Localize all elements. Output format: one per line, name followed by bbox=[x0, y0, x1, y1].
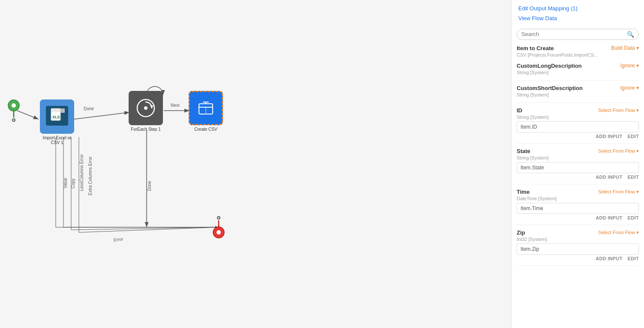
label-extra-cols: Extra Columns Error bbox=[88, 156, 93, 196]
mapping-section: Item to Create Build Data ▾ CSV [Project… bbox=[512, 45, 644, 270]
field-block-custom-long-desc: CustomLongDescription Ignore ▾ String [S… bbox=[517, 63, 639, 81]
field-block-zip: Zip Select From Flow ▾ Int32 [System] It… bbox=[517, 229, 639, 266]
createcsv-node-icon[interactable] bbox=[189, 91, 223, 125]
field-actions-time: ADD INPUT EDIT bbox=[517, 215, 639, 220]
field-input-state[interactable]: Item.State bbox=[517, 162, 639, 173]
svg-text:XLS: XLS bbox=[52, 115, 60, 119]
field-type-time: DateTime [System] bbox=[517, 196, 639, 201]
import-node-label: Import Excel or CSV 1 bbox=[38, 135, 76, 145]
svg-point-13 bbox=[217, 230, 221, 235]
item-to-create-row: Item to Create Build Data ▾ bbox=[517, 45, 639, 51]
field-type-custom-short-desc: String [System] bbox=[517, 92, 639, 97]
field-type-zip: Int32 [System] bbox=[517, 237, 639, 242]
end-pin-icon bbox=[213, 220, 225, 238]
field-header-state: State Select From Flow ▾ bbox=[517, 148, 639, 154]
svg-point-10 bbox=[144, 106, 147, 110]
field-header-custom-long-desc: CustomLongDescription Ignore ▾ bbox=[517, 63, 639, 69]
connector-svg bbox=[0, 0, 511, 328]
right-panel: Edit Output Mapping (1) View Flow Data 🔍… bbox=[511, 0, 644, 328]
label-done-1: Done bbox=[84, 106, 94, 111]
foreach-node-label: ForEach Step 1 bbox=[131, 127, 160, 132]
field-header-time: Time Select From Flow ▾ bbox=[517, 189, 639, 195]
edit-time[interactable]: EDIT bbox=[628, 215, 639, 220]
box-icon bbox=[196, 99, 215, 117]
edit-id[interactable]: EDIT bbox=[628, 134, 639, 139]
svg-rect-4 bbox=[51, 108, 60, 112]
foreach-node[interactable]: ForEach Step 1 bbox=[129, 91, 163, 132]
select-flow-id[interactable]: Select From Flow ▾ bbox=[598, 108, 639, 113]
field-type-state: String [System] bbox=[517, 155, 639, 160]
field-block-time: Time Select From Flow ▾ DateTime [System… bbox=[517, 189, 639, 225]
field-name-state: State bbox=[517, 148, 530, 154]
field-header-custom-short-desc: CustomShortDescription Ignore ▾ bbox=[517, 85, 639, 91]
edit-state[interactable]: EDIT bbox=[628, 175, 639, 180]
label-next: Next bbox=[171, 103, 180, 108]
arrow-start-import bbox=[17, 111, 39, 119]
svg-point-2 bbox=[12, 103, 16, 108]
ignore-btn-custom-long-desc[interactable]: Ignore ▾ bbox=[620, 63, 639, 69]
svg-rect-7 bbox=[60, 108, 65, 113]
field-header-zip: Zip Select From Flow ▾ bbox=[517, 229, 639, 236]
field-actions-state: ADD INPUT EDIT bbox=[517, 175, 639, 180]
field-actions-id: ADD INPUT EDIT bbox=[517, 134, 639, 139]
label-less-cols: LessColumns Error bbox=[79, 154, 84, 191]
label-done-2: Done bbox=[147, 181, 152, 191]
search-box: 🔍 bbox=[517, 29, 639, 40]
select-flow-zip[interactable]: Select From Flow ▾ bbox=[598, 230, 639, 235]
add-input-zip[interactable]: ADD INPUT bbox=[596, 256, 623, 261]
add-input-state[interactable]: ADD INPUT bbox=[596, 175, 623, 180]
search-container: 🔍 bbox=[512, 25, 644, 45]
search-icon: 🔍 bbox=[627, 31, 634, 38]
add-input-time[interactable]: ADD INPUT bbox=[596, 215, 623, 220]
arrow-import-foreach bbox=[74, 112, 129, 119]
foreach-node-icon[interactable] bbox=[129, 91, 163, 125]
end-connector bbox=[217, 216, 220, 220]
start-node bbox=[8, 99, 20, 122]
select-flow-state[interactable]: Select From Flow ▾ bbox=[598, 148, 639, 154]
field-input-zip[interactable]: Item.Zip bbox=[517, 244, 639, 255]
item-to-create-label: Item to Create bbox=[517, 45, 554, 51]
search-input[interactable] bbox=[521, 31, 627, 37]
field-name-custom-short-desc: CustomShortDescription bbox=[517, 85, 583, 91]
field-type-id: String [System] bbox=[517, 114, 639, 120]
createcsv-node[interactable]: Create CSV bbox=[189, 91, 223, 132]
end-node bbox=[213, 216, 225, 238]
field-block-id: ID Select From Flow ▾ String [System] It… bbox=[517, 107, 639, 144]
line-to-end-3 bbox=[71, 227, 219, 230]
field-input-id[interactable]: Item.ID bbox=[517, 121, 639, 132]
field-block-state: State Select From Flow ▾ String [System]… bbox=[517, 148, 639, 184]
start-connector bbox=[12, 118, 15, 122]
flow-canvas: XLS Import Excel or CSV 1 ForEach Step 1 bbox=[0, 0, 511, 328]
label-value: Value bbox=[63, 178, 68, 189]
ignore-btn-custom-short-desc[interactable]: Ignore ▾ bbox=[620, 85, 639, 91]
import-node[interactable]: XLS Import Excel or CSV 1 bbox=[38, 99, 76, 145]
start-pin-icon bbox=[8, 99, 20, 117]
createcsv-node-label: Create CSV bbox=[194, 127, 217, 132]
build-data-btn[interactable]: Build Data ▾ bbox=[611, 45, 639, 51]
add-input-id[interactable]: ADD INPUT bbox=[596, 134, 623, 139]
field-name-custom-long-desc: CustomLongDescription bbox=[517, 63, 582, 69]
label-copy: Copy bbox=[71, 178, 75, 188]
edit-output-link[interactable]: Edit Output Mapping (1) bbox=[518, 3, 637, 13]
view-flow-link[interactable]: View Flow Data bbox=[518, 13, 637, 23]
svg-marker-9 bbox=[150, 105, 153, 108]
field-input-time[interactable]: Item.Time bbox=[517, 203, 639, 214]
field-actions-zip: ADD INPUT EDIT bbox=[517, 256, 639, 261]
xls-file-icon: XLS bbox=[49, 108, 65, 123]
panel-header: Edit Output Mapping (1) View Flow Data bbox=[512, 0, 644, 25]
field-name-id: ID bbox=[517, 107, 522, 114]
import-node-icon[interactable]: XLS bbox=[40, 99, 74, 134]
edit-zip[interactable]: EDIT bbox=[628, 256, 639, 261]
label-error: Error bbox=[113, 237, 123, 243]
field-name-zip: Zip bbox=[517, 229, 525, 236]
field-block-custom-short-desc: CustomShortDescription Ignore ▾ String [… bbox=[517, 85, 639, 103]
foreach-icon bbox=[136, 99, 155, 117]
field-type-custom-long-desc: String [System] bbox=[517, 70, 639, 75]
field-name-time: Time bbox=[517, 189, 530, 195]
line-to-end-4 bbox=[79, 227, 219, 232]
csv-path: CSV [Projects.ForumPosts.ImportCS... bbox=[517, 52, 639, 57]
field-header-id: ID Select From Flow ▾ bbox=[517, 107, 639, 114]
select-flow-time[interactable]: Select From Flow ▾ bbox=[598, 189, 639, 195]
